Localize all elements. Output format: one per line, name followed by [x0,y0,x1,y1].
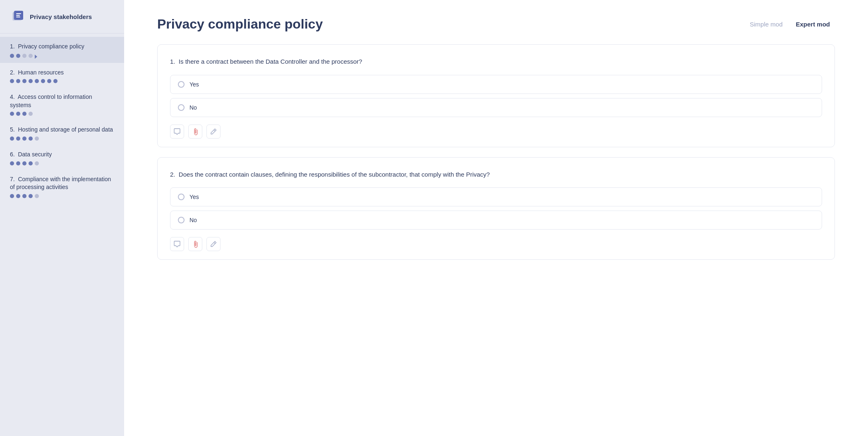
sidebar: Privacy stakeholders 1. Privacy complian… [0,0,124,436]
dot [29,79,33,83]
edit-button-1[interactable] [206,125,221,139]
svg-line-6 [214,130,215,131]
dot [22,137,26,141]
sidebar-item-privacy-compliance[interactable]: 1. Privacy compliance policy [0,37,124,63]
attach-button-2[interactable] [188,237,202,251]
dot [22,194,26,198]
dot [22,161,26,165]
dot [10,161,14,165]
question-actions-2 [170,237,822,251]
dot [16,194,20,198]
dot [35,194,39,198]
dot [10,137,14,141]
radio-circle [178,217,185,223]
nav-item-indicator [35,55,37,59]
attach-button-1[interactable] [188,125,202,139]
sidebar-item-data-security[interactable]: 6. Data security [0,145,124,170]
comment-button-1[interactable] [170,125,184,139]
sidebar-title: Privacy stakeholders [30,13,92,20]
mode-switcher: Simple mod Expert mod [745,18,835,30]
nav-item-label-6: 6. Data security [10,151,114,159]
sidebar-item-hosting-storage[interactable]: 5. Hosting and storage of personal data [0,120,124,145]
dot [29,161,33,165]
question-actions-1 [170,125,822,139]
nav-item-label-1: 1. Privacy compliance policy [10,43,114,51]
sidebar-item-access-control[interactable]: 4. Access control to information systems [0,87,124,120]
dot [22,79,26,83]
radio-circle [178,104,185,111]
dot [35,161,39,165]
sidebar-header: Privacy stakeholders [0,0,124,34]
dot [29,112,33,116]
radio-circle [178,194,185,200]
dot [41,79,45,83]
svg-rect-4 [16,15,20,16]
radio-option-no-2[interactable]: No [170,211,822,230]
question-card-2: 2. Does the contract contain clauses, de… [157,157,835,260]
comment-button-2[interactable] [170,237,184,251]
radio-option-yes-2[interactable]: Yes [170,187,822,206]
question-text-2: 2. Does the contract contain clauses, de… [170,170,822,180]
dot [53,79,58,83]
dot [16,161,20,165]
radio-option-yes-1[interactable]: Yes [170,75,822,94]
dot [10,79,14,83]
nav-item-dots-6 [10,161,114,165]
dot [22,112,26,116]
dot [10,112,14,116]
nav-item-dots-1 [10,53,114,59]
nav-item-dots-7 [10,194,114,198]
nav-item-dots-2 [10,79,114,83]
radio-label-yes-1: Yes [189,81,199,88]
dot [16,137,20,141]
sidebar-item-compliance-processing[interactable]: 7. Compliance with the implementation of… [0,170,124,202]
nav-item-label-5: 5. Hosting and storage of personal data [10,126,114,134]
main-content: 1. Is there a contract between the Data … [124,44,868,295]
dot [47,79,51,83]
question-text-1: 1. Is there a contract between the Data … [170,57,822,67]
sidebar-item-human-resources[interactable]: 2. Human resources [0,63,124,88]
expert-mode-button[interactable]: Expert mod [791,18,835,30]
radio-option-no-1[interactable]: No [170,98,822,117]
dot [10,54,14,58]
sidebar-logo-icon [10,9,25,24]
simple-mode-button[interactable]: Simple mod [745,18,787,30]
main-header: Privacy compliance policy Simple mod Exp… [124,0,868,44]
nav-item-label-7: 7. Compliance with the implementation of… [10,175,114,192]
svg-rect-5 [16,17,20,17]
question-card-1: 1. Is there a contract between the Data … [157,44,835,147]
dot [35,137,39,141]
edit-button-2[interactable] [206,237,221,251]
dot [29,137,33,141]
nav-item-dots-5 [10,137,114,141]
page-title: Privacy compliance policy [157,17,323,32]
dot [16,79,20,83]
dot [35,79,39,83]
dot [29,194,33,198]
radio-circle [178,81,185,88]
dot [16,112,20,116]
radio-label-no-1: No [189,104,197,111]
radio-label-no-2: No [189,217,197,223]
dot [29,54,33,58]
dot [16,54,20,58]
sidebar-nav: 1. Privacy compliance policy 2. Human re… [0,34,124,206]
svg-line-7 [214,242,215,244]
dot [22,54,26,58]
nav-item-dots-4 [10,112,114,116]
radio-label-yes-2: Yes [189,194,199,200]
dot [10,194,14,198]
main-panel: Privacy compliance policy Simple mod Exp… [124,0,868,436]
nav-item-label-4: 4. Access control to information systems [10,93,114,109]
nav-item-label-2: 2. Human resources [10,69,114,77]
svg-rect-3 [16,13,21,14]
